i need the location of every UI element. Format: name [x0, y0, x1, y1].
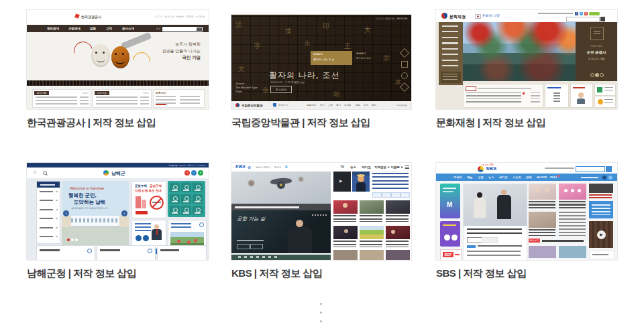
sbs-grid-thumb	[559, 246, 586, 258]
quick-cell-label	[172, 212, 178, 214]
sbs-right-caption-placeholder	[589, 194, 612, 199]
kbs-thumb-trump	[352, 172, 370, 192]
figure-graphic	[564, 189, 568, 192]
quick-icon	[401, 61, 408, 68]
namhae-sidebar	[36, 181, 60, 244]
cha-list-dates-placeholder	[531, 92, 540, 105]
card-title-placeholder	[100, 249, 120, 251]
thumbnail-sbs[interactable]: 가장 앞선 SBS SBS 드라마 예능 교양 뉴스 라디오 스포츠 연예 Al…	[436, 163, 617, 260]
twitter-icon: t	[191, 170, 197, 176]
footer-menu-item: 교육	[328, 104, 333, 107]
search-icon	[43, 171, 47, 175]
quick-cell	[193, 183, 203, 192]
kbs-globe-icon: ⊕	[248, 165, 251, 170]
banner-text-placeholder	[443, 188, 456, 189]
quick-cell-icon	[173, 196, 178, 201]
kbs-quick-button	[382, 192, 391, 198]
blog-icon: b	[198, 170, 203, 176]
kto-nav-item: 사업안내	[68, 27, 80, 30]
card-title-placeholder	[573, 87, 585, 88]
repair-icon	[597, 87, 602, 92]
caption-cha: 문화재청 | 저작 정보 삽입	[436, 117, 545, 129]
kbs-quick-button	[400, 192, 410, 198]
sbs-header: 가장 앞선 SBS SBS	[436, 163, 617, 174]
kbs-quick-button	[391, 192, 400, 198]
cha-logo-text: 문화재청	[449, 14, 466, 20]
footer-language: Language	[396, 104, 407, 107]
carousel-dot	[67, 239, 70, 241]
next-arrow-icon: ›	[121, 210, 127, 216]
kbs-menu-item: TV	[340, 165, 344, 169]
thumbnail-kto[interactable]: 한국관광공사 로그인 · 회원가입 · English · 日本語 · 사이트맵…	[27, 10, 209, 109]
type-glyph: 文	[238, 64, 245, 74]
quick-cell	[181, 183, 191, 192]
thumbnail-cha[interactable]: 문화재청 문화재 사랑 f t b 이달의 명소 순천 송광사 조계산의 가을	[436, 10, 617, 109]
sbs-grid-thumb	[529, 184, 556, 200]
namhae-hero-script: Welcome to Namhae	[70, 186, 104, 190]
police-emblem-center	[280, 184, 282, 186]
thumbnail-namhae[interactable]: Language · 로그인 · 회원가입 · 사이트맵 ⌂ 남해군 f t b…	[27, 163, 209, 260]
namhae-quick-grid	[168, 181, 205, 217]
kbs-menu-item: 이벤트 ∨	[391, 165, 403, 169]
village-photo	[170, 232, 204, 247]
suit-graphic	[356, 182, 366, 192]
seal-text-placeholder	[594, 31, 600, 36]
sbs-nav-item: All VOD	[537, 176, 547, 179]
cha-card-pagoda	[545, 84, 569, 108]
thumbnail-museum[interactable]: 活 字 文 金 世 永 印 王 大 宗 本 朝 로그인 · 회원가입 · ENG…	[231, 15, 411, 109]
mask-eye	[103, 52, 105, 54]
type-glyph: 朝	[333, 90, 340, 99]
thumbnail-kbs[interactable]: KBS ⊕ 온에어·VOD ∨ 핫이슈 K TV 뉴스 라디오 지역방송 ∨ 이…	[231, 163, 411, 260]
facebook-icon: f	[184, 170, 190, 176]
kto-board-rows-placeholder	[36, 96, 77, 106]
quick-cell-icon	[196, 208, 201, 212]
kto-logo-icon	[74, 13, 80, 19]
kto-quicklinks-card: 바로가기	[153, 89, 205, 108]
sbs-banner-sing	[440, 221, 460, 247]
quick-icon	[400, 82, 409, 92]
namhae-header: ⌂ 남해군 f t b	[27, 168, 209, 178]
gov-emblem-icon	[235, 103, 239, 107]
cha-panel-sub: 이달의 명소	[576, 45, 617, 48]
kbs-drama-promo: 공항 가는 길	[231, 210, 331, 253]
sbs-list-badge	[467, 245, 476, 248]
museum-side-note1: 상설전시	[356, 52, 366, 55]
quick-cell	[193, 194, 203, 204]
type-glyph: 世	[285, 27, 292, 36]
card-title-placeholder	[547, 87, 561, 88]
figure-graphic	[571, 189, 574, 192]
kto-hero-line2: 관광을 만들어 나가는	[162, 48, 201, 54]
cha-card-zone	[594, 96, 616, 108]
quick-cell-label	[172, 201, 178, 202]
sbs-right-mini-card	[589, 251, 614, 259]
kto-search-button	[197, 27, 202, 31]
cha-sidebar-notice-text-placeholder	[443, 74, 458, 81]
card-title-c: 지정 신청 제도 안내	[135, 189, 162, 192]
kto-board-area: 공지사항 more+ 보도자료 more+ 바로가기	[27, 86, 209, 109]
drama-sub-placeholder	[237, 240, 264, 241]
mask-eye	[115, 53, 117, 55]
museum-side-note2: 활자장과 책판	[356, 57, 371, 60]
museum-en-line2: The Movable Type	[235, 86, 258, 89]
cha-search-input	[566, 17, 600, 22]
kbs-grid-caption-placeholder	[333, 215, 356, 222]
quick-cell-label	[183, 190, 189, 191]
kbs-grid-caption-placeholder	[386, 241, 409, 247]
kto-logo-text: 한국관광공사	[81, 15, 101, 19]
cha-cyber-button	[589, 12, 600, 15]
sbs-nav-item: 뉴스	[488, 176, 494, 179]
village-title-placeholder	[171, 223, 191, 230]
quick-cell	[170, 194, 180, 204]
sbs-nav-item: 드라마	[453, 176, 462, 179]
cha-slogan-script: 문화재 사랑	[482, 13, 499, 17]
building-windows	[71, 218, 119, 222]
namhae-topbar: Language · 로그인 · 회원가입 · 사이트맵	[27, 163, 209, 168]
mayor-quick-icon	[143, 235, 149, 241]
kto-notice-board: 공지사항 more+	[32, 89, 91, 108]
quick-cell-label	[195, 190, 201, 191]
county-building-graphic	[71, 216, 119, 226]
cha-sidebar-items-placeholder	[442, 25, 458, 70]
kto-search-label: 검색	[156, 27, 160, 30]
actor-head	[296, 220, 303, 227]
kbs-grid-thumb	[386, 226, 410, 239]
